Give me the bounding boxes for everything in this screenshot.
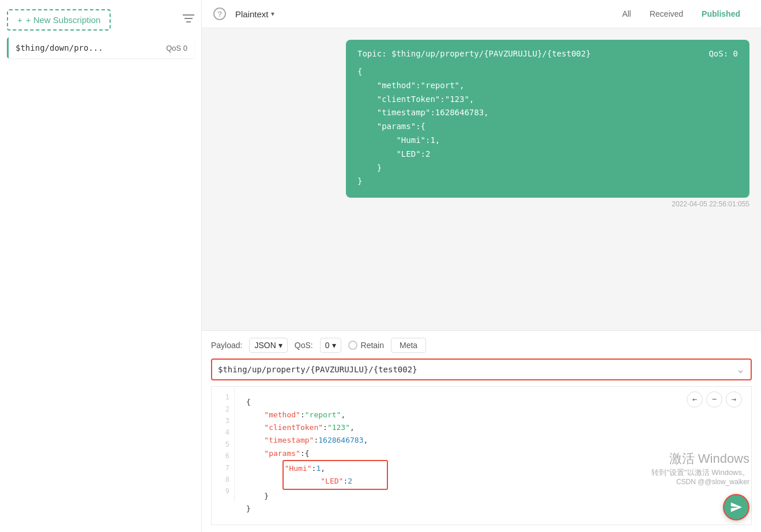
watermark-title: 激活 Windows — [651, 450, 749, 467]
retain-radio[interactable] — [348, 341, 357, 350]
format-label: Plaintext — [235, 9, 269, 19]
qos-label: QoS: — [295, 341, 313, 350]
subscription-qos: QoS 0 — [166, 44, 187, 52]
payload-format-value: JSON — [254, 341, 276, 350]
subscription-item[interactable]: $thing/down/pro... QoS 0 — [7, 37, 194, 58]
subscription-topic: $thing/down/pro... — [16, 43, 103, 52]
sidebar: + + New Subscription $thing/down/pro... … — [0, 0, 202, 532]
qos-value: 0 — [325, 341, 330, 350]
watermark-credit: CSDN @@slow_walker — [651, 478, 749, 486]
send-button[interactable] — [723, 494, 749, 520]
line-numbers: 123456789 — [212, 387, 235, 502]
meta-button[interactable]: Meta — [391, 338, 426, 353]
composer: Payload: JSON ▾ QoS: 0 ▾ Retain Meta ⌄ — [202, 330, 761, 532]
message-timestamp: 2022-04-05 22:56:01:055 — [672, 200, 749, 208]
watermark: 激活 Windows 转到"设置"以激活 Windows。 CSDN @@slo… — [651, 450, 749, 486]
nav-back-button[interactable]: ← — [687, 391, 703, 408]
bubble-header: Topic: $thing/up/property/{PAVZURUJLU}/{… — [357, 49, 738, 58]
bubble-json: { "method":"report", "clientToken":"123"… — [357, 65, 738, 188]
qos-chevron-icon: ▾ — [332, 341, 336, 350]
message-wrapper: Topic: $thing/up/property/{PAVZURUJLU}/{… — [213, 40, 749, 208]
topbar-left: ? Plaintext ▾ — [213, 7, 279, 21]
chevron-down-icon: ▾ — [271, 10, 274, 18]
topbar-right: All Received Published — [613, 6, 749, 22]
plus-icon: + — [17, 15, 22, 25]
nav-forward-button[interactable]: → — [726, 391, 742, 408]
sidebar-header: + + New Subscription — [7, 9, 194, 31]
topic-row: ⌄ — [211, 359, 752, 380]
message-bubble: Topic: $thing/up/property/{PAVZURUJLU}/{… — [346, 40, 749, 198]
filter-all-button[interactable]: All — [613, 6, 641, 22]
payload-label: Payload: — [211, 341, 242, 350]
expand-icon[interactable]: ⌄ — [736, 363, 745, 376]
bubble-qos: QoS: 0 — [709, 49, 738, 58]
bubble-topic: Topic: $thing/up/property/{PAVZURUJLU}/{… — [357, 49, 591, 58]
retain-label: Retain — [361, 341, 384, 350]
nav-arrows: ← − → — [687, 391, 742, 408]
message-area: Topic: $thing/up/property/{PAVZURUJLU}/{… — [202, 28, 761, 330]
format-selector[interactable]: Plaintext ▾ — [231, 7, 279, 21]
nav-minus-button[interactable]: − — [706, 391, 722, 408]
retain-toggle[interactable]: Retain — [348, 341, 384, 350]
help-icon[interactable]: ? — [213, 7, 226, 20]
topic-input[interactable] — [218, 365, 736, 374]
payload-chevron-icon: ▾ — [278, 341, 282, 350]
topbar: ? Plaintext ▾ All Received Published — [202, 0, 761, 28]
filter-received-button[interactable]: Received — [641, 6, 692, 22]
qos-select[interactable]: 0 ▾ — [320, 338, 341, 353]
filter-published-button[interactable]: Published — [692, 6, 749, 22]
new-subscription-label: + New Subscription — [26, 15, 101, 25]
watermark-subtitle: 转到"设置"以激活 Windows。 — [651, 467, 749, 478]
payload-format-select[interactable]: JSON ▾ — [249, 338, 287, 353]
new-subscription-button[interactable]: + + New Subscription — [7, 9, 111, 31]
filter-icon[interactable] — [183, 14, 194, 26]
composer-toolbar: Payload: JSON ▾ QoS: 0 ▾ Retain Meta — [211, 338, 752, 353]
